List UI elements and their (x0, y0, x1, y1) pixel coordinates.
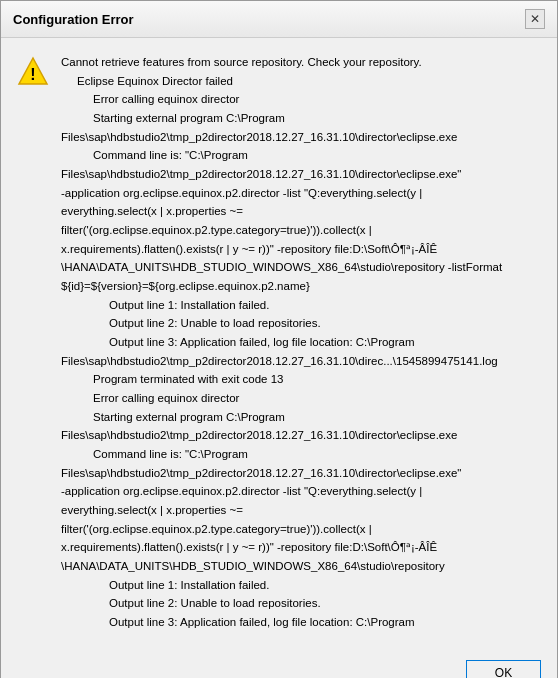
msg-line10: filter('(org.eclipse.equinox.p2.type.cat… (61, 222, 541, 239)
msg-line21: Files\sap\hdbstudio2\tmp_p2director2018.… (61, 427, 541, 444)
msg-line1: Cannot retrieve features from source rep… (61, 54, 541, 71)
msg-line25: everything.select(x | x.properties ~= (61, 502, 541, 519)
msg-line9: everything.select(x | x.properties ~= (61, 203, 541, 220)
msg-line11: x.requirements).flatten().exists(r | y ~… (61, 241, 541, 258)
msg-line2: Eclipse Equinox Director failed (61, 73, 541, 90)
warning-icon: ! (17, 56, 49, 88)
close-button[interactable]: ✕ (525, 9, 545, 29)
dialog-footer: OK (1, 650, 557, 678)
msg-line12: \HANA\DATA_UNITS\HDB_STUDIO_WINDOWS_X86_… (61, 259, 541, 276)
msg-line26: filter('(org.eclipse.equinox.p2.type.cat… (61, 521, 541, 538)
msg-line4: Starting external program C:\Program (61, 110, 541, 127)
msg-line13: ${id}=${version}=${org.eclipse.equinox.p… (61, 278, 541, 295)
msg-line32: Files\sap\hdbstudio2\tmp_p2director2018.… (61, 633, 541, 634)
dialog-body: ! Cannot retrieve features from source r… (1, 38, 557, 650)
msg-line3: Error calling equinox director (61, 91, 541, 108)
dialog-title: Configuration Error (13, 12, 134, 27)
msg-line15: Output line 2: Unable to load repositori… (61, 315, 541, 332)
msg-line6: Command line is: "C:\Program (61, 147, 541, 164)
configuration-error-dialog: Configuration Error ✕ ! Cannot retrieve … (0, 0, 558, 678)
msg-line24: -application org.eclipse.equinox.p2.dire… (61, 483, 541, 500)
msg-line16: Output line 3: Application failed, log f… (61, 334, 541, 351)
msg-line18: Program terminated with exit code 13 (61, 371, 541, 388)
msg-line30: Output line 2: Unable to load repositori… (61, 595, 541, 612)
msg-line7: Files\sap\hdbstudio2\tmp_p2director2018.… (61, 166, 541, 183)
msg-line29: Output line 1: Installation failed. (61, 577, 541, 594)
msg-line14: Output line 1: Installation failed. (61, 297, 541, 314)
msg-line17: Files\sap\hdbstudio2\tmp_p2director2018.… (61, 353, 541, 370)
svg-text:!: ! (30, 66, 35, 83)
msg-line20: Starting external program C:\Program (61, 409, 541, 426)
msg-line31: Output line 3: Application failed, log f… (61, 614, 541, 631)
msg-line19: Error calling equinox director (61, 390, 541, 407)
title-bar: Configuration Error ✕ (1, 1, 557, 38)
msg-line22: Command line is: "C:\Program (61, 446, 541, 463)
message-area: Cannot retrieve features from source rep… (61, 54, 541, 634)
msg-line8: -application org.eclipse.equinox.p2.dire… (61, 185, 541, 202)
msg-line5: Files\sap\hdbstudio2\tmp_p2director2018.… (61, 129, 541, 146)
msg-line23: Files\sap\hdbstudio2\tmp_p2director2018.… (61, 465, 541, 482)
msg-line28: \HANA\DATA_UNITS\HDB_STUDIO_WINDOWS_X86_… (61, 558, 541, 575)
msg-line27: x.requirements).flatten().exists(r | y ~… (61, 539, 541, 556)
ok-button[interactable]: OK (466, 660, 541, 678)
